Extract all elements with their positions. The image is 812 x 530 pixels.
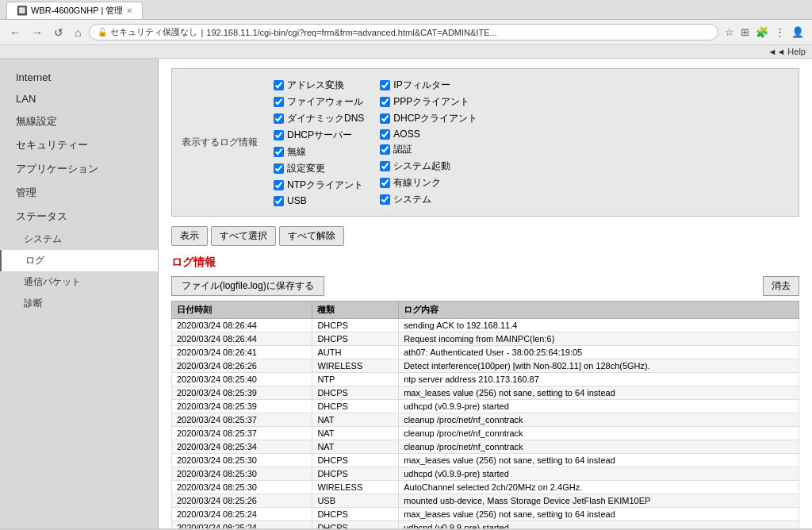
save-log-button[interactable]: ファイル(logfile.log)に保存する (171, 276, 324, 296)
sidebar-subitem-diagnosis[interactable]: 診断 (0, 293, 158, 314)
table-row: 2020/03/24 08:26:44DHCPSsending ACK to 1… (172, 319, 799, 332)
table-row: 2020/03/24 08:25:30DHCPSmax_leases value… (172, 454, 799, 467)
checkbox-col2-item[interactable]: AOSS (380, 129, 477, 140)
sidebar-item-security[interactable]: セキュリティー (0, 133, 158, 157)
security-icon: 🔓 (98, 28, 107, 36)
tab-label: WBR-4600GNHP | 管理 (31, 5, 123, 17)
sidebar-item-lan[interactable]: LAN (0, 88, 158, 109)
back-button[interactable]: ← (6, 25, 24, 40)
forward-button[interactable]: → (29, 25, 46, 40)
sidebar-item-internet[interactable]: Internet (0, 67, 158, 88)
sidebar-subitem-log[interactable]: ログ (0, 250, 158, 271)
log-header: ファイル(logfile.log)に保存する 消去 (171, 276, 799, 296)
sidebar-subitem-system[interactable]: システム (0, 229, 158, 250)
tab-favicon: 🔲 (17, 6, 28, 16)
sidebar-subitem-packet[interactable]: 通信パケット (0, 271, 158, 293)
log-section-title: ログ情報 (171, 255, 799, 270)
table-row: 2020/03/24 08:25:40NTPntp server address… (172, 373, 799, 386)
table-row: 2020/03/24 08:25:30DHCPSudhcpd (v0.9.9-p… (172, 467, 799, 481)
help-label[interactable]: ◄◄ Help (768, 47, 806, 56)
table-row: 2020/03/24 08:26:44DHCPSRequest incoming… (172, 332, 799, 346)
table-row: 2020/03/24 08:25:37NATcleanup /proc/net/… (172, 413, 799, 427)
browser-bar: ← → ↺ ⌂ 🔓 セキュリティ保護なし | 192.168.11.1/cgi-… (0, 20, 812, 45)
log-options-col1: アドレス変換ファイアウォールダイナミックDNSDHCPサーバー無線設定変更NTP… (274, 79, 364, 206)
table-row: 2020/03/24 08:25:37NATcleanup /proc/net/… (172, 427, 799, 440)
action-bar: 表示 すべて選択 すべて解除 (171, 226, 799, 246)
table-row: 2020/03/24 08:25:34NATcleanup /proc/net/… (172, 440, 799, 454)
checkbox-col1-item[interactable]: NTPクライアント (274, 179, 364, 192)
content-area: 表示するログ情報 アドレス変換ファイアウォールダイナミックDNSDHCPサーバー… (159, 59, 812, 528)
address-bar[interactable]: 🔓 セキュリティ保護なし | 192.168.11.1/cgi-bin/cgi?… (89, 24, 718, 40)
table-row: 2020/03/24 08:25:30WIRELESSAutoChannel s… (172, 481, 799, 494)
checkbox-col2-item[interactable]: システム (380, 193, 477, 206)
table-row: 2020/03/24 08:25:24DHCPSudhcpd (v0.9.9-p… (172, 521, 799, 529)
browser-action-buttons: ☆ ⊞ 🧩 ⋮ 👤 (723, 25, 806, 40)
sidebar-item-wireless[interactable]: 無線設定 (0, 109, 158, 133)
reload-button[interactable]: ↺ (51, 25, 67, 40)
col-datetime: 日付時刻 (172, 301, 312, 319)
checkbox-col1-item[interactable]: DHCPサーバー (274, 129, 364, 142)
log-options-columns: アドレス変換ファイアウォールダイナミックDNSDHCPサーバー無線設定変更NTP… (274, 79, 789, 206)
checkbox-col2-item[interactable]: PPPクライアント (380, 95, 477, 109)
help-bar: ◄◄ Help (0, 45, 812, 59)
table-row: 2020/03/24 08:26:41AUTHath07: Authentica… (172, 346, 799, 359)
sidebar-item-status[interactable]: ステータス (0, 205, 158, 229)
checkbox-col1-item[interactable]: 無線 (274, 145, 364, 159)
table-row: 2020/03/24 08:25:39DHCPSmax_leases value… (172, 386, 799, 400)
menu-btn[interactable]: ⋮ (773, 25, 787, 40)
select-all-button[interactable]: すべて選択 (211, 226, 276, 246)
home-button[interactable]: ⌂ (71, 25, 84, 40)
checkbox-col2-item[interactable]: 有線リンク (380, 176, 477, 190)
grid-btn[interactable]: ⊞ (739, 25, 751, 40)
table-row: 2020/03/24 08:26:26WIRELESSDetect interf… (172, 359, 799, 373)
log-options-label: 表示するログ情報 (182, 79, 258, 206)
bookmark-btn[interactable]: ☆ (723, 25, 736, 40)
display-button[interactable]: 表示 (171, 226, 208, 246)
log-options-col2: IPフィルターPPPクライアントDHCPクライアントAOSS認証システム起動有線… (380, 79, 477, 206)
table-row: 2020/03/24 08:25:26USBmounted usb-device… (172, 494, 799, 508)
separator: | (201, 28, 203, 37)
table-row: 2020/03/24 08:25:24DHCPSmax_leases value… (172, 508, 799, 521)
main-container: Internet LAN 無線設定 セキュリティー アプリケーション 管理 ステ… (0, 59, 812, 528)
security-label: セキュリティ保護なし (110, 26, 197, 38)
checkbox-col2-item[interactable]: 認証 (380, 143, 477, 156)
checkbox-col1-item[interactable]: ファイアウォール (274, 95, 364, 109)
checkbox-col1-item[interactable]: アドレス変換 (274, 79, 364, 92)
log-options-box: 表示するログ情報 アドレス変換ファイアウォールダイナミックDNSDHCPサーバー… (171, 68, 799, 217)
sidebar: Internet LAN 無線設定 セキュリティー アプリケーション 管理 ステ… (0, 59, 159, 528)
col-type: 種類 (312, 301, 399, 319)
url-text: 192.168.11.1/cgi-bin/cgi?req=frm&frm=adv… (206, 28, 496, 37)
log-table: 日付時刻 種類 ログ内容 2020/03/24 08:26:44DHCPSsen… (171, 301, 799, 528)
checkbox-col2-item[interactable]: システム起動 (380, 159, 477, 173)
user-btn[interactable]: 👤 (790, 25, 806, 40)
sidebar-item-application[interactable]: アプリケーション (0, 157, 158, 181)
clear-log-button[interactable]: 消去 (763, 276, 799, 296)
browser-tab[interactable]: 🔲 WBR-4600GNHP | 管理 ✕ (6, 2, 143, 19)
checkbox-col2-item[interactable]: DHCPクライアント (380, 112, 477, 125)
extension-btn[interactable]: 🧩 (754, 25, 770, 40)
sidebar-item-management[interactable]: 管理 (0, 181, 158, 205)
table-row: 2020/03/24 08:25:39DHCPSudhcpd (v0.9.9-p… (172, 400, 799, 413)
checkbox-col1-item[interactable]: ダイナミックDNS (274, 112, 364, 125)
tab-close-btn[interactable]: ✕ (126, 6, 132, 15)
checkbox-col1-item[interactable]: 設定変更 (274, 162, 364, 175)
tab-bar: 🔲 WBR-4600GNHP | 管理 ✕ (0, 0, 812, 20)
checkbox-col2-item[interactable]: IPフィルター (380, 79, 477, 92)
clear-all-button[interactable]: すべて解除 (279, 226, 344, 246)
checkbox-col1-item[interactable]: USB (274, 195, 364, 206)
col-content: ログ内容 (399, 301, 799, 319)
